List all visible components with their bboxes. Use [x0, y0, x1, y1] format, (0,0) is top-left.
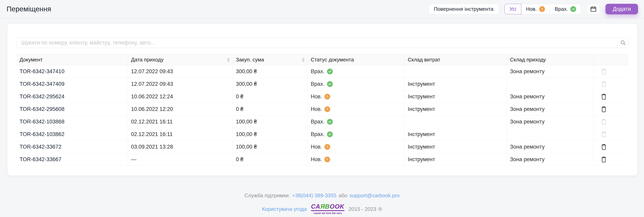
- document-number: TOR-6342-103868: [16, 115, 128, 128]
- search-bar: [16, 37, 628, 48]
- status-badge: [324, 144, 330, 150]
- income-warehouse: [507, 128, 593, 141]
- arrival-date: 10.06.2022 12:20: [128, 103, 232, 115]
- table-row[interactable]: TOR-6342-347409 12.07.2022 09:43 300,00 …: [16, 78, 628, 90]
- support-email-link[interactable]: support@carbook.pro: [350, 193, 400, 199]
- trash-icon: [601, 119, 606, 125]
- clock-badge-icon: [539, 6, 545, 12]
- toolbar: Повернення інструмента Усі Нов. Врах.: [428, 4, 638, 14]
- page-title: Переміщення: [6, 5, 51, 13]
- status-badge: [327, 119, 333, 125]
- logo-tagline: cause we love the cars: [314, 212, 342, 215]
- document-number: TOR-6342-33672: [16, 141, 128, 153]
- table-header-row: Документ Дата приходу Закуп. сума Статус…: [16, 54, 628, 65]
- filter-tab-done[interactable]: Врах.: [550, 4, 581, 14]
- search-input[interactable]: [16, 38, 618, 48]
- delete-button[interactable]: [597, 106, 606, 112]
- status-label: Врах.: [311, 68, 324, 75]
- expense-warehouse: [404, 65, 507, 78]
- status-label: Нов.: [311, 94, 322, 100]
- col-header-arrival-date[interactable]: Дата приходу: [128, 54, 232, 65]
- table-row[interactable]: TOR-6342-295608 10.06.2022 12:20 0 ₴ Нов…: [16, 103, 628, 115]
- expense-warehouse: [404, 115, 507, 128]
- status-label: Врах.: [311, 119, 324, 125]
- calendar-icon: [590, 6, 596, 12]
- add-button[interactable]: Додати: [606, 4, 638, 14]
- filter-tab-all[interactable]: Усі: [504, 4, 521, 14]
- status-label: Врах.: [311, 81, 324, 87]
- table-row[interactable]: TOR-6342-33667 — 0 ₴ Нов. Інструмент Зон…: [16, 153, 628, 166]
- legal-line: Користувача угода CAЯBOOK cause we love …: [262, 204, 382, 215]
- delete-button[interactable]: [597, 68, 606, 75]
- support-line: Служба підтримки: +38(044) 389-3355 або …: [244, 193, 400, 199]
- filter-tab-label: Врах.: [555, 6, 568, 12]
- check-badge-icon: [570, 6, 576, 12]
- expense-warehouse: Інструмент: [404, 128, 507, 141]
- registered-mark: ®: [378, 206, 382, 212]
- arrival-date: 03.09.2021 13:28: [128, 141, 232, 153]
- expense-warehouse: Інструмент: [404, 153, 507, 166]
- document-number: TOR-6342-347409: [16, 78, 128, 90]
- document-number: TOR-6342-33667: [16, 153, 128, 166]
- top-bar: Переміщення Повернення інструмента Усі Н…: [0, 0, 644, 18]
- table-row[interactable]: TOR-6342-103862 02.12.2021 16:11 100,00 …: [16, 128, 628, 141]
- income-warehouse: [507, 78, 593, 90]
- delete-button[interactable]: [597, 81, 606, 87]
- col-header-purchase-sum[interactable]: Закуп. сума: [232, 54, 308, 65]
- table-row[interactable]: TOR-6342-33672 03.09.2021 13:28 100,00 ₴…: [16, 141, 628, 153]
- income-warehouse: Зона ремонту: [507, 141, 593, 153]
- status-label: Нов.: [311, 144, 322, 150]
- document-number: TOR-6342-347410: [16, 65, 128, 78]
- trash-icon: [601, 68, 606, 75]
- delete-button[interactable]: [597, 156, 606, 163]
- copyright-years: 2015 - 2023 ®: [348, 206, 382, 212]
- calendar-button[interactable]: [587, 4, 600, 14]
- document-number: TOR-6342-103862: [16, 128, 128, 141]
- col-header-document: Документ: [16, 54, 128, 65]
- purchase-sum: 100,00 ₴: [232, 115, 308, 128]
- delete-button[interactable]: [597, 144, 606, 150]
- search-button[interactable]: [618, 38, 628, 48]
- delete-button[interactable]: [597, 119, 606, 125]
- search-icon: [620, 40, 626, 46]
- trash-icon: [601, 106, 606, 112]
- sort-arrows-icon[interactable]: [227, 58, 230, 62]
- arrival-date: 12.07.2022 09:43: [128, 78, 232, 90]
- terms-link[interactable]: Користувача угода: [262, 206, 307, 212]
- income-warehouse: Зона ремонту: [507, 153, 593, 166]
- purchase-sum: 300,00 ₴: [232, 78, 308, 90]
- status-badge: [327, 69, 333, 74]
- status-label: Нов.: [311, 106, 322, 112]
- carbook-logo[interactable]: CAЯBOOK cause we love the cars: [311, 204, 344, 215]
- col-header-doc-status: Статус документа: [308, 54, 404, 65]
- trash-icon: [601, 144, 606, 150]
- filter-tab-label: Усі: [510, 6, 516, 12]
- income-warehouse: Зона ремонту: [507, 90, 593, 103]
- status-badge: [327, 81, 333, 87]
- status-filter-group: Усі Нов. Врах.: [504, 4, 581, 14]
- purchase-sum: 100,00 ₴: [232, 128, 308, 141]
- return-tool-button[interactable]: Повернення інструмента: [428, 4, 499, 14]
- sort-arrows-icon[interactable]: [302, 58, 305, 62]
- col-header-income-warehouse: Склад приходу: [507, 54, 593, 65]
- delete-button[interactable]: [597, 94, 606, 100]
- content-card: Документ Дата приходу Закуп. сума Статус…: [8, 24, 638, 176]
- expense-warehouse: Інструмент: [404, 141, 507, 153]
- expense-warehouse: Інструмент: [404, 103, 507, 115]
- arrival-date: 02.12.2021 16:11: [128, 115, 232, 128]
- arrival-date: 12.07.2022 09:43: [128, 65, 232, 78]
- purchase-sum: 0 ₴: [232, 153, 308, 166]
- documents-table: Документ Дата приходу Закуп. сума Статус…: [16, 54, 628, 166]
- document-number: TOR-6342-295624: [16, 90, 128, 103]
- status-badge: [327, 131, 333, 137]
- delete-button[interactable]: [597, 131, 606, 137]
- table-row[interactable]: TOR-6342-103868 02.12.2021 16:11 100,00 …: [16, 115, 628, 128]
- table-row[interactable]: TOR-6342-347410 12.07.2022 09:43 300,00 …: [16, 65, 628, 78]
- trash-icon: [601, 131, 606, 137]
- purchase-sum: 0 ₴: [232, 103, 308, 115]
- support-phone-link[interactable]: +38(044) 389-3355: [292, 193, 336, 199]
- arrival-date: 10.06.2022 12:24: [128, 90, 232, 103]
- table-row[interactable]: TOR-6342-295624 10.06.2022 12:24 0 ₴ Нов…: [16, 90, 628, 103]
- status-label: Врах.: [311, 131, 324, 137]
- filter-tab-new[interactable]: Нов.: [521, 4, 550, 14]
